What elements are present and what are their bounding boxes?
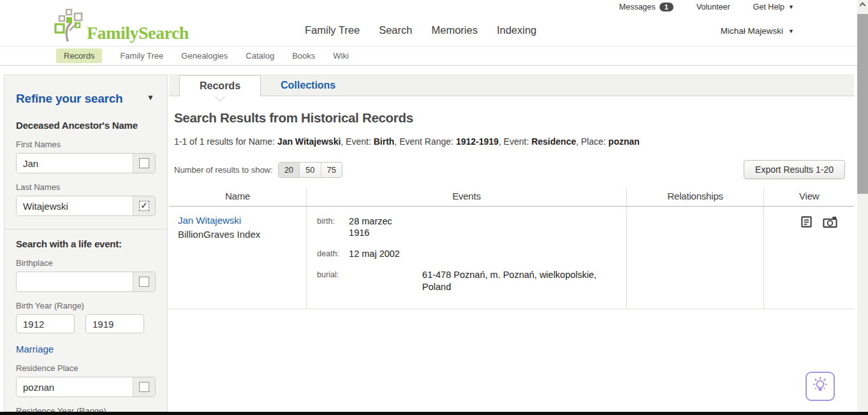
subnav-records[interactable]: Records	[56, 48, 102, 63]
table-header-row: Name Events Relationships View	[169, 188, 854, 207]
birthplace-exact-zone[interactable]	[133, 272, 155, 291]
event-burial: burial: 61-478 Poznań, m. Poznań, wielko…	[317, 269, 620, 292]
event-birth: birth: 28 marzec 1916	[317, 215, 620, 238]
col-header-name: Name	[169, 188, 307, 207]
table-row: Jan Witajewski BillionGraves Index birth…	[169, 207, 854, 309]
scroll-up-arrow-icon[interactable]	[860, 3, 866, 9]
collapse-panel-icon[interactable]: ▼	[147, 93, 154, 102]
research-tips-button[interactable]	[805, 372, 835, 401]
result-name-link[interactable]: Jan Witajewski	[178, 215, 297, 226]
residence-place-group	[16, 377, 156, 397]
first-names-label: First Names	[16, 140, 156, 149]
volunteer-link[interactable]: Volunteer	[696, 3, 730, 11]
view-record-document-icon[interactable]	[800, 215, 813, 229]
name-cell: Jan Witajewski BillionGraves Index	[169, 207, 307, 309]
results-tabstrip: Records Collections	[169, 75, 854, 96]
messages-link[interactable]: Messages 1	[619, 3, 673, 11]
summary-event: Birth	[374, 136, 395, 147]
summary-place: poznan	[608, 136, 640, 147]
nav-family-tree[interactable]: Family Tree	[305, 24, 360, 36]
lightbulb-icon	[811, 376, 829, 397]
secondary-nav: Records Family Tree Genealogies Catalog …	[0, 46, 857, 66]
logo-tree-icon	[54, 8, 91, 44]
birth-year-to-input[interactable]	[85, 314, 144, 333]
get-help-menu[interactable]: Get Help ▼	[753, 3, 794, 11]
life-event-section-title: Search with a life event:	[16, 238, 156, 249]
residence-exact-zone[interactable]	[133, 377, 155, 397]
export-results-button[interactable]: Export Results 1-20	[744, 160, 845, 179]
view-cell	[764, 207, 854, 309]
nav-search[interactable]: Search	[379, 24, 412, 36]
refine-search-panel: Refine your search ▼ Deceased Ancestor's…	[4, 75, 168, 412]
scrollbar-thumb[interactable]	[857, 14, 868, 194]
results-summary: 1-1 of 1 results for Name: Jan Witajewsk…	[174, 136, 854, 147]
results-per-page-label: Number of results to show:	[174, 165, 273, 175]
col-header-events: Events	[307, 188, 627, 207]
per-page-50-button[interactable]: 50	[299, 163, 320, 177]
residence-place-label: Residence Place	[16, 363, 156, 373]
subnav-family-tree[interactable]: Family Tree	[120, 51, 163, 61]
page-title: Search Results from Historical Records	[174, 110, 854, 126]
summary-event2: Residence	[531, 136, 576, 147]
messages-count-badge: 1	[659, 3, 673, 11]
first-names-group	[16, 153, 156, 173]
subnav-books[interactable]: Books	[292, 51, 315, 61]
subnav-genealogies[interactable]: Genealogies	[181, 51, 228, 61]
last-names-exact-checkbox[interactable]: ✓	[139, 201, 149, 211]
familysearch-logo[interactable]: FamilySearch	[54, 8, 189, 44]
birth-year-label: Birth Year (Range)	[16, 301, 156, 310]
marriage-link[interactable]: Marriage	[16, 344, 156, 354]
birthplace-input[interactable]	[17, 272, 133, 291]
event-death: death: 12 maj 2002	[317, 248, 620, 259]
last-names-input[interactable]	[17, 196, 133, 215]
results-toolbar: Number of results to show: 20 50 75 Expo…	[174, 160, 854, 179]
refine-search-title: Refine your search	[16, 92, 156, 106]
relationships-cell	[626, 207, 764, 309]
nav-memories[interactable]: Memories	[431, 24, 477, 36]
utility-bar: Messages 1 Volunteer Get Help ▼	[619, 3, 794, 11]
logo-wordmark: FamilySearch	[87, 24, 189, 42]
per-page-75-button[interactable]: 75	[321, 163, 342, 177]
results-table: Name Events Relationships View Jan Witaj…	[169, 188, 854, 309]
summary-event-range: 1912-1919	[456, 136, 499, 147]
birth-year-range	[16, 314, 156, 333]
main-nav: Family Tree Search Memories Indexing	[305, 24, 536, 36]
last-names-label: Last Names	[16, 182, 156, 192]
first-names-input[interactable]	[17, 154, 133, 173]
chevron-down-icon: ▼	[788, 28, 794, 34]
subnav-wiki[interactable]: Wiki	[333, 51, 349, 61]
first-names-exact-zone[interactable]	[133, 154, 155, 173]
chevron-down-icon: ▼	[788, 4, 794, 10]
birth-year-from-input[interactable]	[16, 314, 75, 333]
last-names-exact-zone[interactable]: ✓	[133, 196, 155, 215]
sidebar-divider	[4, 229, 167, 229]
birthplace-group	[16, 272, 156, 292]
residence-place-input[interactable]	[17, 377, 133, 397]
user-name: Michał Majewski	[721, 26, 783, 36]
birthplace-exact-checkbox[interactable]	[139, 277, 149, 287]
subnav-catalog[interactable]: Catalog	[246, 51, 274, 61]
view-image-camera-icon[interactable]	[823, 215, 837, 229]
collection-name: BillionGraves Index	[178, 229, 297, 240]
results-main: Records Collections Search Results from …	[169, 75, 854, 309]
nav-indexing[interactable]: Indexing	[497, 24, 536, 36]
window-bottom-edge	[0, 412, 868, 415]
familysearch-page: Messages 1 Volunteer Get Help ▼ FamilySe…	[0, 0, 868, 415]
residence-exact-checkbox[interactable]	[139, 382, 149, 392]
messages-label: Messages	[619, 3, 656, 11]
summary-name: Jan Witajewski	[277, 136, 341, 147]
tab-collections[interactable]: Collections	[261, 75, 355, 96]
user-menu[interactable]: Michał Majewski ▼	[721, 26, 794, 36]
first-names-exact-checkbox[interactable]	[139, 158, 149, 168]
page-scrollbar[interactable]	[857, 0, 868, 415]
tab-records[interactable]: Records	[179, 75, 261, 96]
results-per-page-control: 20 50 75	[278, 162, 342, 178]
col-header-relationships: Relationships	[626, 188, 764, 207]
birthplace-label: Birthplace	[16, 258, 156, 268]
per-page-20-button[interactable]: 20	[279, 163, 299, 177]
ancestor-name-section-title: Deceased Ancestor's Name	[16, 120, 156, 131]
events-cell: birth: 28 marzec 1916 death: 12 maj 2002…	[307, 207, 627, 309]
col-header-view: View	[764, 188, 854, 207]
last-names-group: ✓	[16, 196, 156, 216]
